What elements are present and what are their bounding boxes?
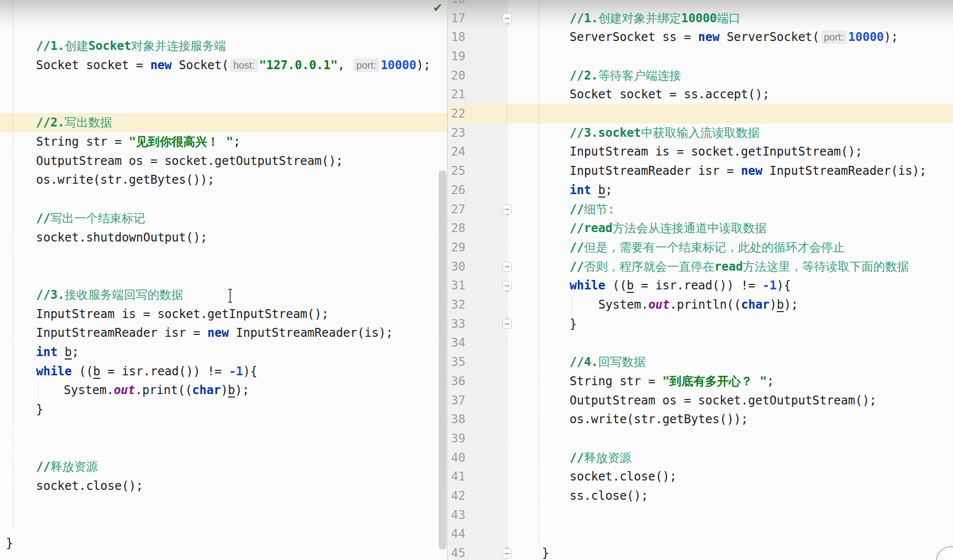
code-line[interactable]: InputStream is = socket.getInputStream()… (36, 305, 329, 324)
code-line[interactable]: //细节: (570, 200, 615, 219)
code-line[interactable]: int b; (570, 181, 613, 200)
line-number[interactable]: 28 (445, 219, 465, 238)
line-number[interactable]: 44 (445, 524, 465, 544)
code-line[interactable]: } (6, 534, 13, 553)
line-number[interactable]: 36 (445, 372, 465, 391)
fold-marker-icon[interactable] (502, 262, 512, 272)
code-text: Socket socket = ss.accept(); (570, 87, 770, 101)
code-line[interactable]: //2.写出数据 (36, 113, 112, 132)
code-text: String str = (570, 374, 663, 388)
variable-token: b (228, 383, 235, 397)
keyword-token: new (150, 58, 171, 72)
line-number[interactable]: 37 (445, 391, 465, 410)
code-line[interactable]: //写出一个结束标记 (36, 209, 145, 228)
code-line[interactable]: socket.close(); (36, 477, 143, 496)
line-number[interactable]: 19 (445, 47, 465, 66)
code-text: .print(( (135, 383, 193, 397)
indent-guide (539, 0, 539, 543)
ide-editor-split: //1.创建Socket对象并连接服务端Socket socket = new … (0, 0, 953, 560)
line-number[interactable]: 23 (445, 123, 465, 143)
code-text: String str = (36, 135, 129, 149)
code-line[interactable]: os.write(str.getBytes()); (570, 410, 748, 429)
line-number[interactable]: 34 (445, 333, 465, 353)
code-line[interactable]: while ((b = isr.read()) != -1){ (570, 276, 791, 295)
fold-marker-icon[interactable] (502, 13, 512, 23)
code-line[interactable]: //1.创建对象并绑定10000端口 (570, 9, 741, 28)
line-number[interactable]: 26 (445, 181, 465, 200)
code-line[interactable]: //read方法会从连接通道中读取数据 (570, 219, 767, 238)
code-line[interactable]: System.out.print((char)b); (64, 381, 249, 400)
line-number[interactable]: 32 (445, 295, 465, 315)
code-line[interactable]: InputStreamReader isr = new InputStreamR… (36, 323, 393, 343)
inlay-hint[interactable]: port: (353, 58, 379, 72)
code-text: ); (235, 383, 249, 397)
comment-token: // (570, 260, 584, 274)
code-line[interactable]: //释放资源 (36, 457, 98, 477)
code-text: = isr.read()) != (634, 279, 762, 292)
fold-marker-icon[interactable] (502, 281, 512, 291)
line-number[interactable]: 27 (445, 200, 465, 219)
line-number[interactable]: 43 (445, 506, 465, 525)
code-line[interactable]: InputStreamReader isr = new InputStreamR… (570, 161, 926, 181)
inlay-hint[interactable]: port: (821, 30, 847, 44)
code-line[interactable]: String str = "到底有多开心？ "; (570, 372, 774, 391)
code-line[interactable]: //3.接收服务端回写的数据 (36, 285, 183, 305)
code-line[interactable]: //3.socket中获取输入流读取数据 (570, 123, 760, 143)
fold-marker-icon[interactable] (502, 204, 512, 214)
inlay-hint[interactable]: host: (230, 58, 257, 72)
fold-marker-icon[interactable] (502, 319, 512, 329)
code-line[interactable]: socket.close(); (570, 467, 677, 486)
code-line[interactable]: System.out.println((char)b); (598, 295, 798, 315)
code-text: InputStreamReader isr = (570, 164, 741, 178)
line-number[interactable]: 21 (445, 85, 465, 104)
line-number[interactable]: 16 (445, 0, 465, 9)
left-editor-pane[interactable]: //1.创建Socket对象并连接服务端Socket socket = new … (0, 0, 447, 560)
code-line[interactable]: int b; (36, 343, 79, 362)
code-line[interactable]: Socket socket = new Socket(host:"127.0.0… (36, 56, 431, 75)
comment-token: 中获取输入流读取数据 (641, 126, 760, 140)
code-text: } (542, 546, 549, 560)
line-number[interactable]: 31 (445, 276, 465, 295)
code-line[interactable]: } (542, 544, 549, 560)
line-number[interactable]: 38 (445, 410, 465, 429)
code-line[interactable]: ServerSocket ss = new ServerSocket(port:… (570, 28, 898, 47)
code-line[interactable]: InputStream is = socket.getInputStream()… (570, 142, 862, 161)
code-line[interactable]: os.write(str.getBytes()); (36, 170, 214, 190)
line-number[interactable]: 35 (445, 353, 465, 372)
line-number[interactable]: 18 (445, 28, 465, 47)
code-line[interactable]: } (36, 400, 43, 419)
code-line[interactable]: String str = "见到你很高兴！ "; (36, 132, 241, 152)
code-line[interactable]: //2.等待客户端连接 (570, 66, 681, 85)
comment-token: 但是，需要有一个结束标记，此处的循环才会停止 (584, 240, 845, 254)
line-number[interactable]: 24 (445, 142, 465, 161)
line-number[interactable]: 17 (445, 9, 465, 28)
line-number[interactable]: 33 (445, 315, 465, 334)
code-line[interactable]: //但是，需要有一个结束标记，此处的循环才会停止 (570, 238, 845, 257)
code-line[interactable]: //释放资源 (570, 448, 631, 468)
line-number[interactable]: 40 (445, 448, 465, 468)
line-number[interactable]: 42 (445, 486, 465, 506)
code-line[interactable]: Socket socket = ss.accept(); (570, 85, 770, 104)
code-line[interactable]: } (570, 315, 577, 334)
line-number[interactable]: 30 (445, 257, 465, 277)
code-line[interactable]: //否则，程序就会一直停在read方法这里，等待读取下面的数据 (570, 257, 909, 277)
code-line[interactable]: while ((b = isr.read()) != -1){ (36, 362, 257, 381)
line-number[interactable]: 41 (445, 467, 465, 486)
code-line[interactable]: ss.close(); (570, 486, 648, 506)
code-line[interactable]: socket.shutdownOutput(); (36, 228, 207, 247)
line-number[interactable]: 20 (445, 66, 465, 85)
code-line[interactable]: //1.创建Socket对象并连接服务端 (36, 37, 226, 56)
string-token: "到底有多开心？ " (663, 374, 767, 388)
number-token: -1 (229, 364, 243, 378)
code-line[interactable]: //4.回写数据 (570, 353, 646, 372)
line-number[interactable]: 29 (445, 238, 465, 257)
inspections-ok-checkmark-icon[interactable]: ✔ (433, 1, 443, 15)
fold-marker-icon[interactable] (502, 549, 512, 559)
code-line[interactable]: OutputStream os = socket.getOutputStream… (570, 391, 876, 410)
line-number[interactable]: 39 (445, 429, 465, 448)
line-number[interactable]: 22 (445, 104, 465, 123)
variable-token: b (93, 364, 100, 378)
line-number[interactable]: 45 (445, 544, 465, 560)
code-line[interactable]: OutputStream os = socket.getOutputStream… (36, 152, 343, 171)
line-number[interactable]: 25 (445, 161, 465, 181)
